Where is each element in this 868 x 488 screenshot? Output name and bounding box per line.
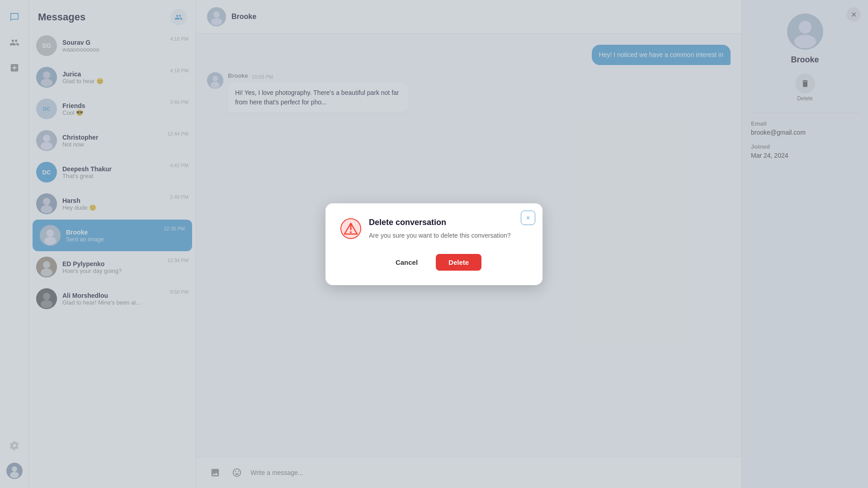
modal-text: Delete conversation Are you sure you wan… <box>369 218 511 240</box>
modal-overlay: × Delete conversation Are you sure you w… <box>0 0 868 488</box>
modal-description: Are you sure you want to delete this con… <box>369 231 511 240</box>
delete-confirm-button[interactable]: Delete <box>436 254 481 271</box>
app-container: Messages SG Sourav G waaoooooooo 4:18 PM <box>0 0 868 488</box>
modal-content: Delete conversation Are you sure you wan… <box>340 218 528 241</box>
modal-actions: Cancel Delete <box>340 254 528 271</box>
cancel-button[interactable]: Cancel <box>387 254 427 271</box>
delete-dialog: × Delete conversation Are you sure you w… <box>326 203 542 285</box>
warning-icon <box>340 218 362 241</box>
modal-close-icon: × <box>526 214 530 221</box>
modal-title: Delete conversation <box>369 218 511 227</box>
modal-close-button[interactable]: × <box>521 211 535 225</box>
svg-point-31 <box>350 231 352 233</box>
